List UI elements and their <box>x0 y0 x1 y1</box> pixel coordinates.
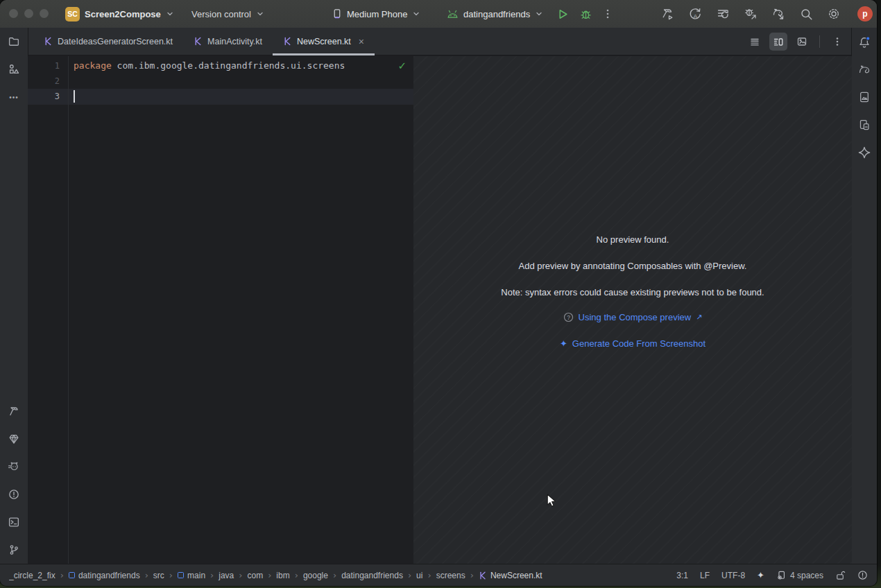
tab-label: NewScreen.kt <box>297 37 351 46</box>
chevron-separator-icon: › <box>295 570 298 580</box>
breadcrumb-item[interactable]: _circle_2_fix <box>9 571 55 580</box>
profiler-icon[interactable] <box>771 7 785 21</box>
unlocked-padlock-icon[interactable] <box>835 570 846 580</box>
kotlin-file-icon <box>479 571 487 580</box>
resource-manager-icon[interactable] <box>8 64 20 76</box>
debug-button[interactable] <box>580 8 592 20</box>
more-tool-windows-icon[interactable]: ••• <box>9 94 19 101</box>
device-selector-label: Medium Phone <box>347 9 407 19</box>
module-icon <box>178 572 184 578</box>
chevron-separator-icon: › <box>60 570 64 580</box>
attach-debugger-icon[interactable] <box>744 7 758 21</box>
gutter-separator <box>68 56 69 564</box>
android-icon <box>447 9 459 19</box>
code-editor[interactable]: 1 2 3 package com.ibm.google.datingandfr… <box>28 56 413 564</box>
project-tool-icon[interactable] <box>8 36 20 48</box>
breadcrumb-item[interactable]: com <box>247 571 263 580</box>
preview-generate-row: ✦ Generate Code From Screenshot <box>413 338 852 349</box>
problems-status-icon[interactable] <box>857 570 868 580</box>
indent-widget[interactable]: 4 spaces <box>776 570 823 580</box>
problems-icon[interactable] <box>8 489 20 501</box>
encoding-widget[interactable]: UTF-8 <box>721 571 745 580</box>
tab-dateideasgeneratorscreen[interactable]: DateIdeasGeneratorScreen.kt <box>33 28 183 55</box>
chevron-separator-icon: › <box>333 570 336 580</box>
toolbar-actions: A <box>660 0 841 28</box>
preview-title: No preview found. <box>413 234 852 245</box>
close-window-button[interactable] <box>9 9 18 18</box>
caret-row-highlight <box>28 89 413 105</box>
build-tool-icon[interactable] <box>8 406 20 417</box>
breadcrumb-item[interactable]: main <box>178 571 205 580</box>
split-view-icon[interactable] <box>769 33 787 51</box>
inspections-ok-check-icon[interactable]: ✓ <box>397 60 407 72</box>
device-selector[interactable]: Medium Phone <box>332 0 420 28</box>
text-caret <box>74 90 75 103</box>
chevron-separator-icon: › <box>210 570 214 580</box>
tab-newscreen[interactable]: NewScreen.kt × <box>273 28 375 55</box>
right-tool-strip <box>851 28 877 564</box>
android-studio-window: SC Screen2Compose Version control Medium… <box>0 0 877 586</box>
settings-gear-icon[interactable] <box>827 7 841 21</box>
help-question-icon: ? <box>563 312 574 322</box>
zoom-window-button[interactable] <box>40 9 49 18</box>
gemini-sparkle-icon[interactable] <box>858 146 871 159</box>
tab-mainactivity[interactable]: MainActivity.kt <box>183 28 273 55</box>
line-number: 2 <box>28 74 60 89</box>
design-view-icon[interactable] <box>793 33 811 51</box>
notifications-bell-icon[interactable] <box>858 36 871 49</box>
line-number: 1 <box>28 58 60 74</box>
breadcrumb-item[interactable]: ibm <box>276 571 289 580</box>
run-button[interactable] <box>557 8 569 20</box>
caret-position-widget[interactable]: 3:1 <box>676 571 688 580</box>
breadcrumb-item[interactable]: datingandfriends <box>341 571 403 580</box>
logcat-icon[interactable] <box>8 461 20 472</box>
code-line-1: package com.ibm.google.datingandfriends.… <box>74 58 345 74</box>
git-branch-icon[interactable] <box>8 544 19 556</box>
more-editor-options-icon[interactable] <box>828 33 846 51</box>
run-configuration-label: datingandfriends <box>463 9 530 19</box>
breadcrumb-item[interactable]: java <box>219 571 234 580</box>
search-everywhere-icon[interactable] <box>799 7 813 21</box>
project-widget[interactable]: SC Screen2Compose <box>65 0 174 28</box>
run-configuration[interactable]: datingandfriends <box>447 0 543 28</box>
chevron-down-icon <box>166 10 174 18</box>
breadcrumb-item[interactable]: datingandfriends <box>69 571 140 580</box>
apply-code-changes-icon[interactable] <box>716 7 730 21</box>
user-avatar[interactable]: p <box>857 6 873 21</box>
breadcrumb-item-file[interactable]: NewScreen.kt <box>479 571 542 580</box>
chevron-separator-icon: › <box>239 570 242 580</box>
chevron-separator-icon: › <box>427 570 431 580</box>
more-run-options-button[interactable] <box>603 8 613 19</box>
breadcrumb-item[interactable]: screens <box>436 571 465 580</box>
apply-changes-icon[interactable]: A <box>688 7 702 21</box>
desktop: SC Screen2Compose Version control Medium… <box>0 0 881 588</box>
line-separator-widget[interactable]: LF <box>700 571 710 580</box>
svg-text:A: A <box>693 12 698 20</box>
tab-label: MainActivity.kt <box>207 37 262 46</box>
generate-code-from-screenshot-link[interactable]: Generate Code From Screenshot <box>572 338 705 349</box>
version-control-widget[interactable]: Version control <box>191 0 264 28</box>
running-devices-icon[interactable] <box>859 92 871 103</box>
close-tab-icon[interactable]: × <box>359 37 364 46</box>
project-name: Screen2Compose <box>85 9 161 19</box>
gemini-status-icon[interactable]: ✦ <box>757 570 764 580</box>
phone-device-icon <box>332 8 342 19</box>
status-bar: _circle_2_fix › datingandfriends › src ›… <box>0 564 877 586</box>
minimize-window-button[interactable] <box>24 9 33 18</box>
compose-preview-help-link[interactable]: Using the Compose preview <box>579 312 692 322</box>
device-manager-icon[interactable] <box>859 119 871 131</box>
code-view-icon[interactable] <box>746 33 764 51</box>
breadcrumb-item[interactable]: ui <box>416 571 422 580</box>
gradle-icon[interactable] <box>858 64 871 75</box>
left-tool-strip: ••• <box>0 28 28 564</box>
tab-label: DateIdeasGeneratorScreen.kt <box>58 37 173 46</box>
kotlin-file-icon <box>44 37 53 46</box>
breadcrumb-item[interactable]: src <box>153 571 164 580</box>
external-link-arrow-icon: ↗ <box>696 313 702 322</box>
breadcrumbs: _circle_2_fix › datingandfriends › src ›… <box>9 570 542 580</box>
app-quality-insights-icon[interactable] <box>8 433 20 445</box>
build-run-icon[interactable] <box>660 7 674 21</box>
breadcrumb-item[interactable]: google <box>303 571 328 580</box>
chevron-down-icon <box>256 10 264 18</box>
terminal-icon[interactable] <box>8 517 20 528</box>
